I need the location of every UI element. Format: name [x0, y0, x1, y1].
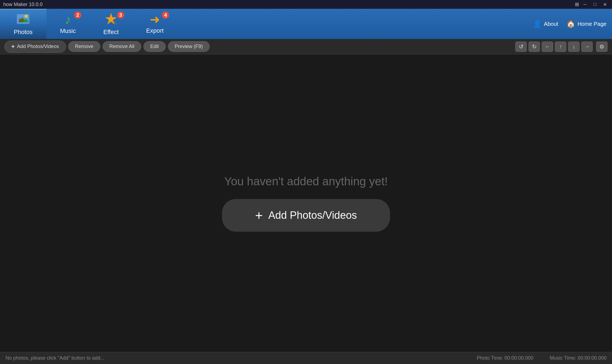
undo-icon: ↺: [519, 43, 524, 50]
empty-message: You haven't added anything yet!: [224, 175, 388, 188]
forward-button[interactable]: →: [581, 41, 593, 52]
status-message: No photos, please click "Add" button to …: [5, 355, 104, 361]
window-controls: ⊞ ─ □ ✕: [575, 1, 609, 7]
about-link[interactable]: 👤 About: [533, 20, 558, 28]
music-time: Music Time: 00:00:00.000: [550, 355, 607, 361]
effect-badge: 3: [117, 12, 124, 19]
homepage-link[interactable]: 🏠 Home Page: [566, 20, 607, 28]
up-icon: ↑: [559, 43, 562, 50]
redo-icon: ↻: [532, 43, 537, 50]
photos-icon: [16, 13, 30, 27]
tab-photos[interactable]: Photos: [0, 9, 46, 39]
minimize-button[interactable]: ─: [581, 1, 589, 7]
preview-button[interactable]: Preview (F9): [168, 41, 210, 52]
tab-photos-label: Photos: [14, 29, 33, 36]
remove-all-button[interactable]: Remove All: [103, 41, 141, 52]
header: Photos ♪ 2 Music 3 Effect ➜ 4: [0, 9, 612, 39]
homepage-label: Home Page: [577, 21, 607, 27]
add-photos-large-label: Add Photos/Videos: [268, 209, 357, 221]
add-photos-large-button[interactable]: + Add Photos/Videos: [222, 199, 390, 232]
forward-icon: →: [584, 43, 590, 50]
home-icon: 🏠: [566, 20, 575, 28]
toolbar-right-controls: ↺ ↻ ← ↑ ↓ → ⚙: [515, 41, 608, 52]
export-badge: 4: [162, 12, 169, 19]
tab-effect-label: Effect: [103, 29, 119, 36]
effect-icon: [104, 12, 118, 27]
tab-music[interactable]: ♪ 2 Music: [46, 9, 90, 39]
add-photos-button[interactable]: + Add Photos/Videos: [4, 41, 66, 53]
svg-rect-4: [20, 21, 20, 22]
svg-point-3: [24, 15, 28, 18]
add-icon: +: [11, 43, 15, 50]
tab-export-label: Export: [146, 27, 164, 34]
tab-music-label: Music: [60, 27, 76, 35]
close-button[interactable]: ✕: [601, 1, 609, 7]
music-badge: 2: [74, 12, 81, 19]
down-icon: ↓: [572, 43, 575, 50]
title-bar: how Maker 10.0.0 ⊞ ─ □ ✕: [0, 0, 612, 9]
settings-button[interactable]: ⚙: [596, 41, 608, 52]
redo-button[interactable]: ↻: [528, 41, 540, 52]
undo-button[interactable]: ↺: [515, 41, 527, 52]
status-right: Photo Time: 00:00:00.000 Music Time: 00:…: [477, 355, 607, 361]
nav-tabs: Photos ♪ 2 Music 3 Effect ➜ 4: [0, 9, 527, 39]
main-content: You haven't added anything yet! + Add Ph…: [0, 54, 612, 352]
about-label: About: [544, 21, 558, 27]
toolbar: + Add Photos/Videos Remove Remove All Ed…: [0, 39, 612, 54]
system-icon: ⊞: [575, 1, 579, 7]
maximize-button[interactable]: □: [591, 1, 599, 7]
remove-button[interactable]: Remove: [68, 41, 100, 52]
status-bar: No photos, please click "Add" button to …: [0, 352, 612, 364]
header-links: 👤 About 🏠 Home Page: [527, 9, 612, 39]
export-icon: ➜: [150, 13, 160, 26]
large-plus-icon: +: [255, 208, 263, 223]
music-icon: ♪: [65, 13, 71, 26]
about-icon: 👤: [533, 20, 542, 28]
photo-time: Photo Time: 00:00:00.000: [477, 355, 533, 361]
back-icon: ←: [545, 43, 550, 50]
app-title: how Maker 10.0.0: [3, 2, 43, 7]
up-button[interactable]: ↑: [555, 41, 566, 52]
down-button[interactable]: ↓: [568, 41, 580, 52]
settings-icon: ⚙: [599, 43, 604, 50]
tab-effect[interactable]: 3 Effect: [90, 9, 132, 39]
back-button[interactable]: ←: [542, 41, 553, 52]
tab-export[interactable]: ➜ 4 Export: [132, 9, 178, 39]
edit-button[interactable]: Edit: [143, 41, 166, 52]
